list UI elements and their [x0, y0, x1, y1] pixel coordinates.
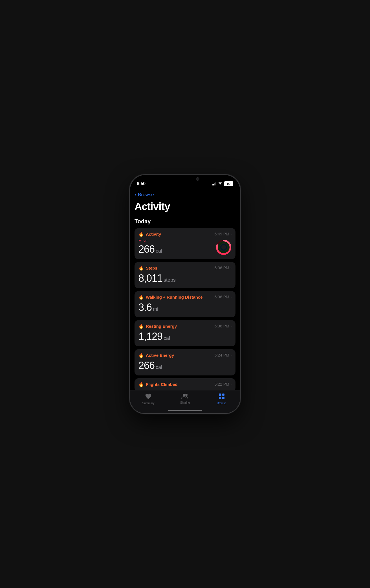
- svg-rect-9: [222, 397, 224, 399]
- card-value: 266: [138, 243, 155, 255]
- flame-icon: 🔥: [138, 353, 144, 358]
- back-chevron-icon: ‹: [135, 192, 136, 198]
- card-title: Active Energy: [146, 353, 174, 358]
- flame-icon: 🔥: [138, 382, 144, 387]
- page-title: Activity: [135, 200, 235, 217]
- flights-climbed-card[interactable]: 🔥 Flights Climbed 5:22 PM ›: [135, 378, 235, 390]
- flame-icon: 🔥: [138, 323, 144, 329]
- activity-ring: [216, 239, 232, 256]
- svg-rect-6: [219, 394, 221, 396]
- people-icon: [181, 393, 189, 400]
- flame-icon: 🔥: [138, 294, 144, 300]
- status-icons: 99: [212, 181, 234, 186]
- card-value: 3.6: [138, 301, 152, 313]
- card-time: 6:49 PM: [215, 232, 229, 236]
- ring-svg: [216, 239, 232, 255]
- svg-rect-7: [222, 394, 224, 396]
- notch: [164, 175, 206, 183]
- card-unit: cal: [164, 335, 170, 341]
- activity-card[interactable]: 🔥 Activity 6:49 PM › Move 266 cal: [135, 228, 235, 259]
- steps-card[interactable]: 🔥 Steps 6:36 PM › 8,011 steps: [135, 262, 235, 288]
- card-header: 🔥 Resting Energy 6:36 PM ›: [138, 323, 232, 329]
- card-unit: mi: [153, 306, 158, 312]
- card-unit: cal: [156, 248, 162, 254]
- section-header: Today: [135, 217, 235, 228]
- back-label: Browse: [138, 192, 154, 198]
- svg-point-3: [221, 244, 226, 250]
- chevron-right-icon: ›: [230, 266, 232, 270]
- tab-label-summary: Summary: [142, 402, 155, 405]
- card-title: Walking + Running Distance: [146, 295, 203, 300]
- resting-energy-card[interactable]: 🔥 Resting Energy 6:36 PM › 1,129 cal: [135, 320, 235, 346]
- card-header: 🔥 Flights Climbed 5:22 PM ›: [138, 382, 232, 387]
- chevron-right-icon: ›: [230, 232, 232, 236]
- tab-sharing[interactable]: Sharing: [167, 393, 203, 404]
- tab-browse[interactable]: Browse: [203, 393, 240, 405]
- card-value: 8,011: [138, 272, 162, 284]
- card-time: 6:36 PM: [215, 324, 229, 328]
- card-unit: steps: [164, 277, 176, 283]
- phone-screen: 6:50 99: [130, 175, 240, 413]
- card-title: Steps: [146, 266, 157, 270]
- chevron-right-icon: ›: [230, 382, 232, 386]
- battery-value: 99: [227, 182, 230, 185]
- chevron-right-icon: ›: [230, 353, 232, 357]
- back-nav[interactable]: ‹ Browse: [135, 189, 235, 200]
- card-time: 5:22 PM: [215, 382, 229, 386]
- card-time: 6:36 PM: [215, 295, 229, 299]
- card-header: 🔥 Activity 6:49 PM ›: [138, 231, 232, 237]
- active-energy-card[interactable]: 🔥 Active Energy 5:24 PM › 266 cal: [135, 349, 235, 375]
- card-time: 6:36 PM: [215, 266, 229, 270]
- heart-icon: [145, 393, 152, 401]
- tab-summary[interactable]: Summary: [130, 393, 167, 405]
- battery-indicator: 99: [224, 181, 233, 186]
- front-camera: [196, 177, 199, 181]
- card-header: 🔥 Walking + Running Distance 6:36 PM ›: [138, 294, 232, 300]
- card-value: 266: [138, 360, 155, 371]
- card-title: Activity: [146, 232, 161, 237]
- wifi-icon: [218, 182, 223, 186]
- card-header: 🔥 Steps 6:36 PM ›: [138, 265, 232, 271]
- card-unit: cal: [156, 364, 162, 370]
- svg-rect-8: [219, 397, 221, 399]
- flame-icon: 🔥: [138, 231, 144, 237]
- card-title: Resting Energy: [146, 324, 177, 329]
- svg-point-4: [183, 394, 185, 396]
- walking-running-card[interactable]: 🔥 Walking + Running Distance 6:36 PM › 3…: [135, 291, 235, 317]
- card-value: 1,129: [138, 331, 162, 342]
- grid-icon: [219, 393, 225, 401]
- flame-icon: 🔥: [138, 265, 144, 271]
- svg-point-5: [185, 394, 188, 396]
- phone-frame: 6:50 99: [130, 175, 240, 413]
- tab-label-sharing: Sharing: [180, 401, 190, 404]
- home-indicator: [168, 410, 202, 411]
- chevron-right-icon: ›: [230, 295, 232, 299]
- content-area[interactable]: ‹ Browse Activity Today 🔥 Activity 6:49 …: [130, 189, 240, 390]
- signal-icon: [212, 182, 217, 185]
- chevron-right-icon: ›: [230, 324, 232, 328]
- status-time: 6:50: [137, 181, 146, 186]
- card-header: 🔥 Active Energy 5:24 PM ›: [138, 353, 232, 358]
- card-time: 5:24 PM: [215, 353, 229, 357]
- tab-label-browse: Browse: [217, 402, 226, 405]
- card-title: Flights Climbed: [146, 382, 178, 387]
